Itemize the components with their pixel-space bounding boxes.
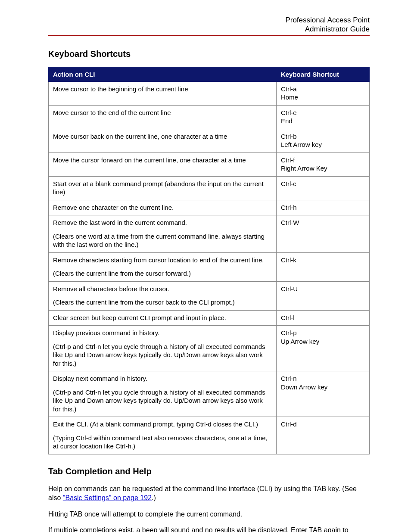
header-line-1: Professional Access Point <box>285 16 370 24</box>
header-line-2: Administrator Guide <box>305 25 370 33</box>
action-text: Move the cursor forward on the current l… <box>53 156 272 165</box>
action-text: Clear screen but keep current CLI prompt… <box>53 314 272 322</box>
action-cell: Start over at a blank command prompt (ab… <box>49 176 277 200</box>
action-cell: Display next command in history.(Ctrl-p … <box>49 371 277 417</box>
shortcut-cell: Ctrl-e End <box>276 105 369 129</box>
action-cell: Exit the CLI. (At a blank command prompt… <box>49 417 277 454</box>
action-cell: Remove all characters before the cursor.… <box>49 281 277 310</box>
table-row: Move the cursor forward on the current l… <box>49 152 370 176</box>
document-page: Professional Access Point Administrator … <box>0 0 411 532</box>
action-text: Remove one character on the current line… <box>53 203 272 212</box>
cross-reference-link[interactable]: "Basic Settings" on page 192 <box>63 494 152 501</box>
shortcut-cell: Ctrl-b Left Arrow key <box>276 129 369 152</box>
table-row: Start over at a blank command prompt (ab… <box>49 176 370 200</box>
shortcut-cell: Ctrl-W <box>276 215 369 253</box>
table-row: Move cursor to the beginning of the curr… <box>49 81 370 105</box>
action-subtext: (Clears one word at a time from the curr… <box>53 232 272 249</box>
table-row: Exit the CLI. (At a blank command prompt… <box>49 417 370 454</box>
action-cell: Clear screen but keep current CLI prompt… <box>49 310 277 326</box>
shortcut-cell: Ctrl-a Home <box>276 81 369 105</box>
shortcut-cell: Ctrl-c <box>276 176 369 200</box>
action-text: Move cursor to the beginning of the curr… <box>53 85 272 93</box>
action-text: Display previous command in history. <box>53 329 272 337</box>
table-row: Remove characters starting from cursor l… <box>49 252 370 281</box>
header-rule <box>48 35 370 36</box>
shortcut-cell: Ctrl-f Right Arrow Key <box>276 152 369 176</box>
table-row: Remove all characters before the cursor.… <box>49 281 370 310</box>
section-heading-keyboard-shortcuts: Keyboard Shortcuts <box>48 49 370 59</box>
action-subtext: (Clears the current line from the cursor… <box>53 298 272 307</box>
action-cell: Remove characters starting from cursor l… <box>49 252 277 281</box>
action-text: Move cursor to the end of the current li… <box>53 109 272 117</box>
section-heading-tab-completion: Tab Completion and Help <box>48 467 370 476</box>
action-cell: Remove the last word in the current comm… <box>49 215 277 253</box>
table-row: Clear screen but keep current CLI prompt… <box>49 310 370 326</box>
shortcut-cell: Ctrl-p Up Arrow key <box>276 326 369 371</box>
action-text: Remove the last word in the current comm… <box>53 218 272 227</box>
table-row: Remove the last word in the current comm… <box>49 215 370 253</box>
action-text: Exit the CLI. (At a blank command prompt… <box>53 420 272 429</box>
shortcut-cell: Ctrl-n Down Arrow key <box>276 371 369 417</box>
table-row: Display previous command in history.(Ctr… <box>49 326 370 371</box>
shortcut-cell: Ctrl-l <box>276 310 369 326</box>
table-row: Move cursor back on the current line, on… <box>49 129 370 152</box>
shortcuts-table: Action on CLI Keyboard Shortcut Move cur… <box>48 67 370 454</box>
action-subtext: (Ctrl-p and Ctrl-n let you cycle through… <box>53 388 272 414</box>
table-row: Move cursor to the end of the current li… <box>49 105 370 129</box>
para1-b: .) <box>152 494 156 501</box>
action-text: Remove all characters before the cursor. <box>53 285 272 293</box>
action-text: Start over at a blank command prompt (ab… <box>53 180 272 196</box>
action-cell: Display previous command in history.(Ctr… <box>49 326 277 371</box>
shortcut-cell: Ctrl-k <box>276 252 369 281</box>
table-row: Remove one character on the current line… <box>49 200 370 215</box>
action-cell: Move cursor back on the current line, on… <box>49 129 277 152</box>
shortcut-cell: Ctrl-h <box>276 200 369 215</box>
table-header-action: Action on CLI <box>49 67 277 81</box>
action-subtext: (Typing Ctrl-d within command text also … <box>53 434 272 451</box>
body-paragraph: Hitting TAB once will attempt to complet… <box>48 510 370 519</box>
running-header: Professional Access Point Administrator … <box>48 16 370 34</box>
action-cell: Move cursor to the end of the current li… <box>49 105 277 129</box>
table-row: Display next command in history.(Ctrl-p … <box>49 371 370 417</box>
table-header-shortcut: Keyboard Shortcut <box>276 67 369 81</box>
action-text: Display next command in history. <box>53 374 272 383</box>
action-cell: Move cursor to the beginning of the curr… <box>49 81 277 105</box>
action-cell: Remove one character on the current line… <box>49 200 277 215</box>
shortcut-cell: Ctrl-U <box>276 281 369 310</box>
action-text: Move cursor back on the current line, on… <box>53 132 272 141</box>
action-text: Remove characters starting from cursor l… <box>53 256 272 264</box>
shortcut-cell: Ctrl-d <box>276 417 369 454</box>
action-subtext: (Ctrl-p and Ctrl-n let you cycle through… <box>53 342 272 368</box>
body-paragraph: Help on commands can be requested at the… <box>48 484 370 503</box>
action-subtext: (Clears the current line from the cursor… <box>53 269 272 278</box>
action-cell: Move the cursor forward on the current l… <box>49 152 277 176</box>
body-paragraph: If multiple completions exist, a beep wi… <box>48 526 370 532</box>
